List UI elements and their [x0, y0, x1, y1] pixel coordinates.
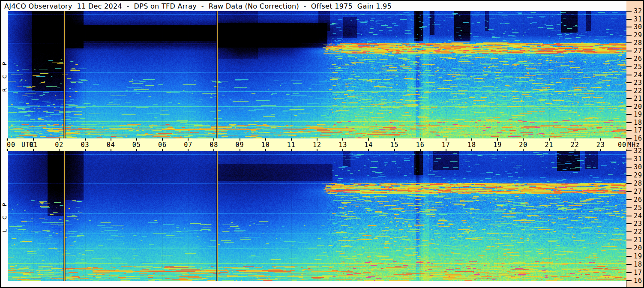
hour-tick — [213, 149, 214, 151]
freq-tick — [626, 150, 632, 151]
hour-tick — [497, 149, 498, 151]
freq-tick — [626, 90, 632, 91]
freq-label: 30 — [634, 163, 642, 171]
spectrograph-display: AJ4CO Observatory 11 Dec 2024 - DPS on T… — [0, 0, 644, 288]
hour-tick — [291, 149, 292, 151]
lcp-polarization-label: L C P — [1, 199, 8, 232]
freq-label: 25 — [634, 204, 642, 212]
hour-tick — [188, 138, 189, 141]
hour-tick — [265, 138, 266, 141]
hour-tick — [59, 149, 60, 151]
hour-tick — [497, 138, 498, 141]
hour-tick — [291, 138, 292, 141]
hour-label: 17 — [442, 141, 450, 149]
freq-tick — [626, 199, 632, 200]
freq-label: 23 — [634, 220, 642, 228]
hour-label: 14 — [364, 141, 373, 149]
freq-label: 16 — [634, 277, 642, 285]
hour-label: 07 — [184, 141, 192, 149]
freq-tick — [626, 98, 632, 99]
freq-tick — [626, 240, 632, 240]
hour-label: 20 — [519, 141, 527, 149]
title-bar: AJ4CO Observatory 11 Dec 2024 - DPS on T… — [1, 1, 626, 11]
hour-tick — [111, 138, 111, 141]
hour-tick — [471, 138, 472, 141]
hour-tick — [7, 149, 8, 151]
hour-tick — [600, 138, 601, 141]
freq-label: 30 — [634, 23, 642, 31]
hour-tick — [549, 138, 550, 141]
freq-label: 21 — [634, 95, 642, 102]
freq-tick — [626, 82, 632, 83]
freq-tick — [626, 106, 632, 107]
hour-tick — [85, 149, 86, 151]
hour-tick — [368, 149, 369, 151]
hour-label: 04 — [107, 141, 115, 149]
freq-label: 17 — [634, 269, 642, 276]
hour-label: 03 — [81, 141, 89, 149]
hour-tick — [446, 149, 446, 151]
hour-tick — [368, 138, 369, 141]
hour-tick — [471, 149, 472, 151]
freq-tick — [626, 264, 632, 265]
hour-tick — [188, 149, 189, 151]
hour-label: 13 — [338, 141, 347, 149]
hour-tick — [575, 149, 575, 151]
freq-label: 29 — [634, 31, 642, 39]
hour-label: 00 — [7, 141, 15, 149]
hour-label: 01 — [29, 141, 38, 149]
hour-label: 15 — [390, 141, 398, 149]
freq-tick — [626, 27, 632, 27]
hour-tick — [342, 138, 343, 141]
rcp-polarization-label: R C P — [1, 58, 8, 92]
freq-tick — [626, 122, 632, 123]
freq-tick — [626, 191, 632, 192]
hour-tick — [59, 138, 60, 141]
hour-tick — [136, 149, 137, 151]
hour-tick — [33, 138, 34, 141]
freq-label: 29 — [634, 171, 642, 179]
freq-tick — [626, 272, 632, 273]
hour-tick — [420, 138, 421, 141]
freq-tick — [626, 256, 632, 257]
hour-tick — [111, 149, 111, 151]
hour-tick — [420, 149, 421, 151]
freq-label: 26 — [634, 196, 642, 204]
time-axis: 00UTC01020304050607080910111213141516171… — [6, 138, 626, 151]
freq-tick — [626, 11, 632, 12]
freq-tick — [626, 231, 632, 232]
rcp-spectrogram — [8, 11, 626, 138]
freq-tick — [626, 130, 632, 131]
freq-tick — [626, 175, 632, 176]
freq-label: 26 — [634, 55, 642, 63]
hour-label: 23 — [596, 141, 605, 149]
freq-tick — [626, 207, 632, 208]
hour-label: 00 — [618, 141, 626, 149]
hour-tick — [342, 149, 343, 151]
freq-tick — [626, 75, 632, 75]
freq-label: 28 — [634, 180, 642, 187]
mhz-unit-label: MHz — [627, 141, 640, 149]
hour-label: 10 — [261, 141, 270, 149]
freq-label: 18 — [634, 119, 642, 126]
hour-label: 19 — [493, 141, 502, 149]
freq-tick — [626, 138, 632, 139]
hour-label: 16 — [416, 141, 425, 149]
freq-tick — [626, 42, 632, 43]
hour-tick — [575, 138, 575, 141]
freq-tick — [626, 66, 632, 67]
freq-label: 21 — [634, 236, 642, 244]
freq-label: 25 — [634, 63, 642, 71]
hour-tick — [162, 149, 163, 151]
freq-label: 20 — [634, 244, 642, 252]
hour-tick — [317, 149, 318, 151]
freq-label: 22 — [634, 87, 642, 95]
freq-label: 23 — [634, 79, 642, 87]
hour-tick — [394, 138, 395, 141]
freq-tick — [626, 159, 632, 159]
freq-tick — [626, 19, 632, 20]
hour-tick — [85, 138, 86, 141]
hour-label: 08 — [210, 141, 218, 149]
freq-label: 24 — [634, 212, 642, 220]
hour-label: 05 — [132, 141, 141, 149]
